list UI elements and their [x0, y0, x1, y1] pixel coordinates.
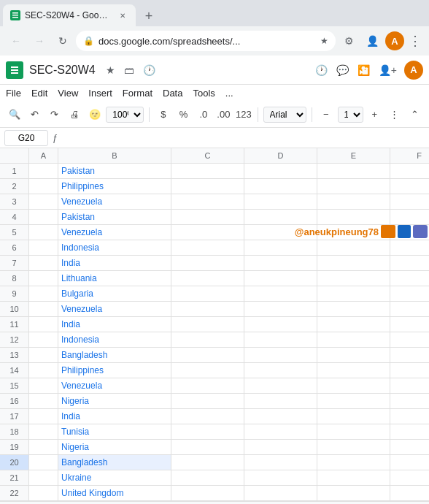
cell-f17[interactable]	[390, 409, 429, 424]
currency-button[interactable]: $	[155, 105, 171, 124]
row-number[interactable]: 14	[0, 363, 29, 378]
cell-e11[interactable]	[317, 317, 390, 332]
row-number[interactable]: 8	[0, 271, 29, 286]
back-button[interactable]: ←	[6, 31, 26, 51]
search-toolbar-icon[interactable]: 🔍	[6, 105, 23, 124]
cell-b16[interactable]: Nigeria	[58, 394, 171, 408]
col-header-c[interactable]: C	[171, 148, 244, 163]
cell-c11[interactable]	[171, 317, 244, 332]
zoom-select[interactable]: 100%	[106, 107, 144, 123]
cell-c6[interactable]	[171, 240, 244, 255]
cell-a10[interactable]	[29, 302, 58, 316]
menu-file[interactable]: File	[6, 88, 21, 99]
cell-a7[interactable]	[29, 256, 58, 270]
cell-b18[interactable]: Tunisia	[58, 424, 171, 439]
cell-f19[interactable]	[390, 440, 429, 454]
row-number[interactable]: 15	[0, 378, 29, 393]
cell-c13[interactable]	[171, 348, 244, 362]
add-person-icon[interactable]: 👤	[362, 31, 382, 51]
cell-c16[interactable]	[171, 394, 244, 408]
row-number[interactable]: 20	[0, 455, 29, 470]
cell-c1[interactable]	[171, 164, 244, 178]
cell-b14[interactable]: Philippines	[58, 363, 171, 378]
star-icon[interactable]: ★	[320, 36, 328, 46]
cell-b20[interactable]: Bangladesh	[58, 455, 171, 470]
row-number[interactable]: 12	[0, 332, 29, 347]
new-tab-button[interactable]: +	[139, 6, 159, 26]
cell-d12[interactable]	[244, 332, 317, 347]
tab-close-button[interactable]: ✕	[117, 9, 128, 21]
cell-a12[interactable]	[29, 332, 58, 347]
cell-e2[interactable]	[317, 179, 390, 194]
menu-more[interactable]: ...	[225, 88, 233, 99]
cell-b2[interactable]: Philippines	[58, 179, 171, 194]
row-number[interactable]: 22	[0, 486, 29, 500]
cell-c9[interactable]	[171, 286, 244, 301]
cell-b10[interactable]: Venezuela	[58, 302, 171, 316]
cell-d19[interactable]	[244, 440, 317, 454]
cell-a1[interactable]	[29, 164, 58, 178]
cell-a3[interactable]	[29, 194, 58, 209]
cell-d3[interactable]	[244, 194, 317, 209]
share-icon[interactable]: 👤+	[377, 63, 398, 77]
comment-icon[interactable]: 💬	[335, 63, 350, 77]
cell-e18[interactable]	[317, 424, 390, 439]
cell-c5[interactable]	[171, 225, 244, 240]
cell-d10[interactable]	[244, 302, 317, 316]
row-number[interactable]: 18	[0, 424, 29, 439]
cell-e14[interactable]	[317, 363, 390, 378]
cell-c20[interactable]	[171, 455, 244, 470]
cell-a2[interactable]	[29, 179, 58, 194]
cell-a13[interactable]	[29, 348, 58, 362]
row-number[interactable]: 2	[0, 179, 29, 194]
reload-button[interactable]: ↻	[53, 31, 73, 51]
cell-d1[interactable]	[244, 164, 317, 178]
redo-button[interactable]: ↷	[46, 105, 63, 124]
cell-b4[interactable]: Pakistan	[58, 210, 171, 224]
print-button[interactable]: 🖨	[66, 105, 82, 124]
cell-b15[interactable]: Venezuela	[58, 378, 171, 393]
cell-a4[interactable]	[29, 210, 58, 224]
cell-e9[interactable]	[317, 286, 390, 301]
cell-f6[interactable]	[390, 240, 429, 255]
cell-b17[interactable]: India	[58, 409, 171, 424]
row-number[interactable]: 16	[0, 394, 29, 408]
cell-f1[interactable]	[390, 164, 429, 178]
cell-e12[interactable]	[317, 332, 390, 347]
menu-insert[interactable]: Insert	[88, 88, 112, 99]
cell-e16[interactable]	[317, 394, 390, 408]
cell-a9[interactable]	[29, 286, 58, 301]
row-number[interactable]: 1	[0, 164, 29, 178]
cell-e20[interactable]	[317, 455, 390, 470]
cell-a20[interactable]	[29, 455, 58, 470]
row-number[interactable]: 6	[0, 240, 29, 255]
cell-d6[interactable]	[244, 240, 317, 255]
cell-f13[interactable]	[390, 348, 429, 362]
cell-e8[interactable]	[317, 271, 390, 286]
cell-c8[interactable]	[171, 271, 244, 286]
col-header-e[interactable]: E	[317, 148, 390, 163]
menu-view[interactable]: View	[58, 88, 78, 99]
address-bar[interactable]: 🔒 docs.google.com/spreadsheets/... ★	[76, 31, 336, 51]
increase-font-button[interactable]: +	[366, 105, 383, 124]
profile-avatar[interactable]: A	[385, 31, 404, 50]
row-number[interactable]: 9	[0, 286, 29, 301]
cell-f3[interactable]	[390, 194, 429, 209]
cell-b22[interactable]: United Kingdom	[58, 486, 171, 500]
cell-c4[interactable]	[171, 210, 244, 224]
cell-f8[interactable]	[390, 271, 429, 286]
more-formats-button[interactable]: ⋮	[386, 105, 403, 124]
menu-edit[interactable]: Edit	[31, 88, 47, 99]
menu-format[interactable]: Format	[123, 88, 152, 99]
cell-b5[interactable]: Venezuela	[58, 225, 171, 240]
cell-b1[interactable]: Pakistan	[58, 164, 171, 178]
cell-e22[interactable]	[317, 486, 390, 500]
decrease-font-button[interactable]: −	[317, 105, 334, 124]
row-number[interactable]: 4	[0, 210, 29, 224]
col-header-f[interactable]: F	[390, 148, 429, 163]
row-number[interactable]: 5	[0, 225, 29, 240]
cell-c17[interactable]	[171, 409, 244, 424]
row-number[interactable]: 7	[0, 256, 29, 270]
cell-b6[interactable]: Indonesia	[58, 240, 171, 255]
cell-d20[interactable]	[244, 455, 317, 470]
